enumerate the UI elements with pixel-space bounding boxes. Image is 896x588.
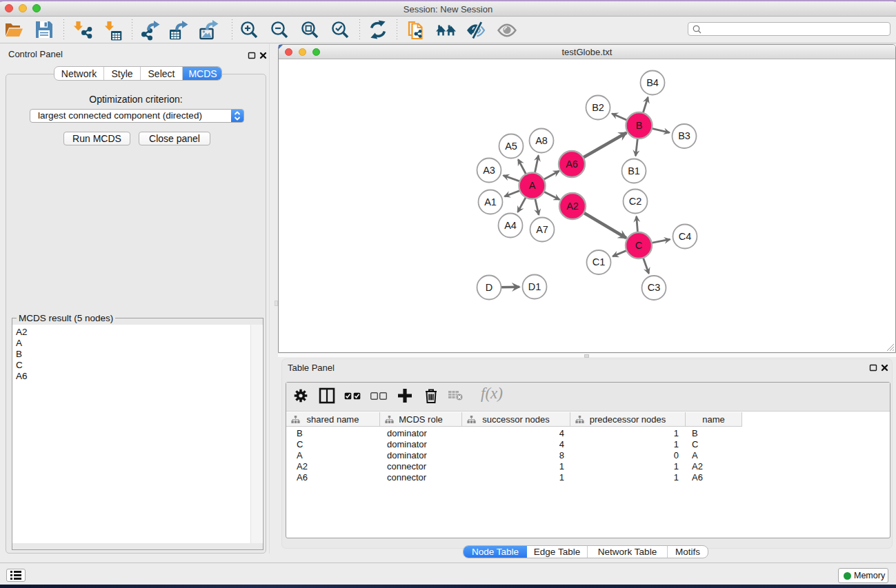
svg-text:A2: A2 (566, 201, 579, 212)
svg-text:D: D (486, 282, 492, 293)
svg-text:A3: A3 (483, 165, 495, 176)
svg-text:D1: D1 (528, 281, 541, 292)
svg-text:B: B (636, 120, 643, 131)
svg-text:A: A (529, 180, 536, 191)
svg-text:C1: C1 (593, 256, 606, 267)
svg-text:C: C (635, 240, 642, 251)
svg-text:C2: C2 (629, 196, 642, 207)
svg-text:B4: B4 (646, 77, 659, 88)
svg-text:A6: A6 (566, 159, 578, 170)
svg-text:B3: B3 (678, 130, 690, 141)
svg-text:A5: A5 (505, 141, 517, 152)
svg-text:B1: B1 (628, 165, 640, 176)
svg-text:A8: A8 (535, 135, 548, 146)
svg-text:A4: A4 (504, 220, 517, 231)
svg-text:B2: B2 (592, 102, 604, 113)
svg-text:C4: C4 (679, 231, 692, 242)
svg-text:C3: C3 (648, 282, 661, 293)
svg-text:A7: A7 (536, 224, 548, 235)
svg-text:A1: A1 (484, 196, 497, 207)
